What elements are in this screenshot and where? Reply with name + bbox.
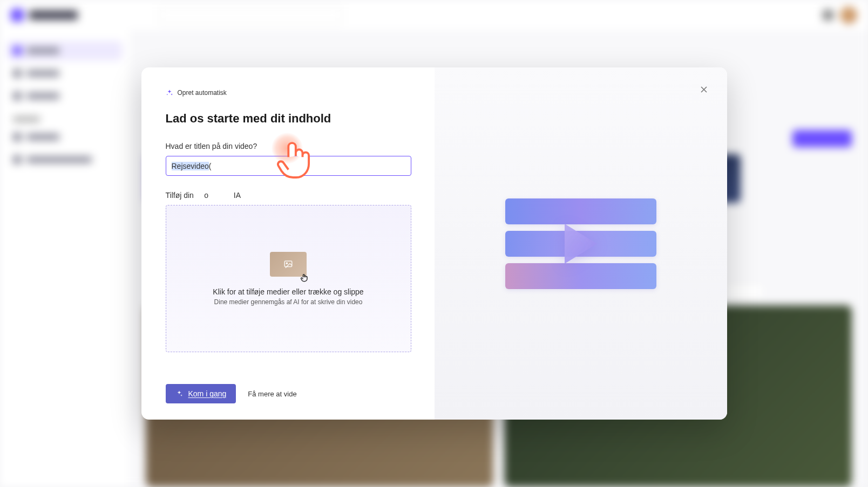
media-dropzone[interactable]: Klik for at tilføje medier eller trække … bbox=[166, 205, 411, 352]
image-icon bbox=[283, 259, 293, 269]
modal-badge: Opret automatisk bbox=[166, 89, 410, 97]
play-icon bbox=[557, 220, 605, 268]
modal-left-panel: Opret automatisk Lad os starte med dit i… bbox=[141, 67, 435, 420]
modal-title: Lad os starte med dit indhold bbox=[166, 112, 410, 126]
media-field-label: Tilføj din o IA bbox=[166, 191, 410, 200]
title-input-selected-text: Rejsevideo bbox=[172, 162, 209, 170]
title-input-wrap: Rejsevideo ( bbox=[166, 156, 411, 176]
title-input[interactable]: Rejsevideo ( bbox=[166, 156, 411, 176]
dropzone-line1: Klik for at tilføje medier eller trække … bbox=[213, 287, 363, 296]
sparkle-icon bbox=[166, 89, 173, 97]
svg-point-1 bbox=[286, 263, 287, 264]
preview-illustration bbox=[505, 198, 656, 289]
title-input-rest-text: ( bbox=[209, 162, 212, 170]
modal-preview-panel bbox=[435, 67, 727, 420]
get-started-button[interactable]: Kom i gang bbox=[166, 384, 236, 403]
modal-backdrop: Opret automatisk Lad os starte med dit i… bbox=[0, 0, 868, 487]
get-started-label: Kom i gang bbox=[188, 389, 227, 398]
modal-badge-label: Opret automatisk bbox=[178, 89, 227, 97]
learn-more-link[interactable]: Få mere at vide bbox=[248, 390, 296, 398]
dropzone-line2: Dine medier gennemgås af AI for at skriv… bbox=[214, 298, 363, 306]
close-button[interactable] bbox=[697, 83, 711, 97]
close-icon bbox=[700, 85, 708, 94]
auto-create-modal: Opret automatisk Lad os starte med dit i… bbox=[141, 67, 727, 420]
title-field-label: Hvad er titlen på din video? bbox=[166, 142, 410, 150]
sparkle-icon bbox=[175, 390, 183, 397]
dropzone-thumbnail bbox=[270, 252, 307, 277]
hand-pointer-icon bbox=[299, 272, 310, 283]
modal-footer: Kom i gang Få mere at vide bbox=[166, 373, 410, 403]
